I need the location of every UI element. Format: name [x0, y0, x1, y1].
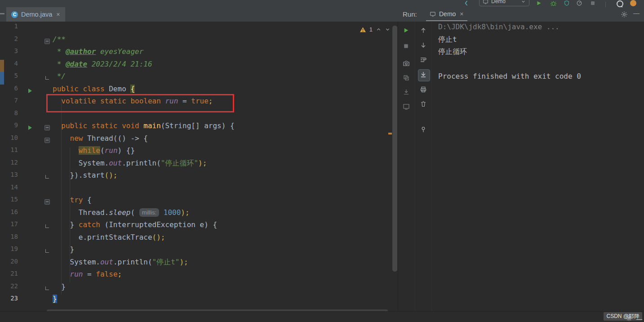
- fold-marker[interactable]: [45, 175, 49, 179]
- line-number[interactable]: 7: [0, 97, 18, 104]
- code-line[interactable]: 22 }: [0, 282, 391, 295]
- line-number[interactable]: 11: [0, 146, 18, 153]
- line-number[interactable]: 12: [0, 159, 18, 166]
- line-number[interactable]: 6: [0, 85, 18, 92]
- stop-icon[interactable]: [403, 43, 409, 49]
- import-icon[interactable]: [403, 89, 410, 96]
- fold-marker[interactable]: [45, 249, 49, 253]
- camera-dump-icon[interactable]: [403, 60, 410, 67]
- code-text: run = false;: [53, 270, 122, 278]
- gear-icon[interactable]: [626, 315, 632, 322]
- code-line[interactable]: 14: [0, 183, 391, 196]
- code-line[interactable]: 4 * @date 2023/2/4 21:16: [0, 60, 391, 72]
- line-number[interactable]: 15: [0, 196, 18, 203]
- fold-marker[interactable]: [45, 286, 49, 290]
- code-line[interactable]: 12 System.out.println("停止循环");: [0, 159, 391, 171]
- code-editor[interactable]: 12/**3 * @author eyesYeager4 * @date 202…: [0, 22, 398, 311]
- rerun-icon[interactable]: [403, 27, 409, 34]
- annotation-highlight-rect: [46, 94, 234, 112]
- editor-tab-demo-java[interactable]: C Demo.java ×: [6, 7, 65, 22]
- run-tab-title: Demo: [439, 10, 456, 18]
- restore-layout-icon[interactable]: [403, 103, 410, 110]
- code-text: System.out.println("停止t");: [53, 258, 188, 267]
- error-stripe-mark[interactable]: [388, 133, 392, 134]
- code-line[interactable]: 21 run = false;: [0, 270, 391, 282]
- back-chevron-icon[interactable]: [463, 0, 470, 7]
- run-line-icon[interactable]: [28, 125, 32, 130]
- toolwindow-stripe-handle[interactable]: [0, 13, 4, 14]
- code-text: while(run) {}: [53, 146, 135, 155]
- line-number[interactable]: 21: [0, 270, 18, 277]
- fold-marker[interactable]: [44, 39, 50, 44]
- code-line[interactable]: 16 Thread.sleep( millis: 1000);: [0, 208, 391, 221]
- line-number[interactable]: 22: [0, 282, 18, 290]
- code-text: }: [53, 282, 66, 291]
- code-line[interactable]: 15 try {: [0, 196, 391, 208]
- code-text: System.out.println("停止循环");: [53, 159, 207, 168]
- line-number[interactable]: 4: [0, 60, 18, 67]
- print-icon[interactable]: [420, 86, 427, 93]
- run-tab-demo[interactable]: Demo ×: [426, 7, 467, 21]
- line-number[interactable]: 1: [0, 22, 18, 30]
- line-number[interactable]: 2: [0, 35, 18, 42]
- code-line[interactable]: 2/**: [0, 35, 391, 48]
- run-configuration-select[interactable]: Demo: [479, 0, 529, 6]
- code-line[interactable]: 5 */: [0, 72, 391, 85]
- search-icon[interactable]: [617, 0, 623, 7]
- line-number[interactable]: 14: [0, 183, 18, 191]
- chevron-up-icon[interactable]: [376, 27, 382, 32]
- trash-clear-icon[interactable]: [420, 100, 427, 107]
- close-tab-icon[interactable]: ×: [56, 11, 60, 18]
- close-run-tab-icon[interactable]: ×: [460, 10, 463, 18]
- line-number[interactable]: 18: [0, 233, 18, 240]
- fold-marker[interactable]: [44, 125, 50, 130]
- pin-icon[interactable]: [420, 126, 427, 133]
- layers-icon[interactable]: [403, 74, 410, 81]
- line-number[interactable]: 10: [0, 134, 18, 141]
- code-line[interactable]: 20 System.out.println("停止t");: [0, 258, 391, 270]
- code-line[interactable]: 10 new Thread(() -> {: [0, 134, 391, 147]
- run-toolwindow-header: Run: Demo × —: [398, 7, 644, 22]
- code-line[interactable]: 9 public static void main(String[] args)…: [0, 121, 391, 134]
- arrow-up-icon[interactable]: [420, 27, 427, 34]
- profiler-button[interactable]: [576, 0, 582, 6]
- run-button[interactable]: [536, 0, 542, 6]
- minimize-icon[interactable]: —: [636, 316, 642, 322]
- line-number[interactable]: 23: [0, 295, 18, 302]
- editor-vertical-scrollbar[interactable]: [392, 26, 397, 272]
- fold-marker[interactable]: [44, 138, 50, 143]
- line-number[interactable]: 19: [0, 245, 18, 252]
- arrow-down-icon[interactable]: [420, 41, 427, 49]
- line-number[interactable]: 5: [0, 72, 18, 79]
- coverage-shield-button[interactable]: [564, 0, 570, 6]
- scroll-to-end-icon[interactable]: [420, 71, 427, 78]
- line-number[interactable]: 9: [0, 121, 18, 129]
- fold-marker[interactable]: [45, 224, 49, 228]
- code-text: }: [53, 295, 57, 303]
- line-number[interactable]: 17: [0, 220, 18, 228]
- minimize-icon[interactable]: —: [633, 9, 640, 17]
- code-line[interactable]: 19 }: [0, 245, 391, 258]
- code-line[interactable]: 17 } catch (InterruptedException e) {: [0, 220, 391, 233]
- debug-bug-button[interactable]: [550, 0, 557, 7]
- fold-marker[interactable]: [44, 199, 50, 205]
- code-line[interactable]: 23}: [0, 295, 391, 307]
- soft-wrap-icon[interactable]: [420, 56, 427, 63]
- line-number[interactable]: 20: [0, 258, 18, 265]
- code-line[interactable]: 1: [0, 22, 391, 35]
- console-output[interactable]: D:\JDK\jdk8\bin\java.exe ...停止t停止循环Proce…: [432, 22, 644, 311]
- line-number[interactable]: 13: [0, 171, 18, 178]
- code-line[interactable]: 3 * @author eyesYeager: [0, 47, 391, 60]
- avatar[interactable]: [630, 0, 636, 6]
- line-number[interactable]: 16: [0, 208, 18, 215]
- code-line[interactable]: 11 while(run) {}: [0, 146, 391, 159]
- gear-icon[interactable]: [621, 11, 628, 18]
- code-line[interactable]: 18 e.printStackTrace();: [0, 233, 391, 246]
- line-number[interactable]: 3: [0, 47, 18, 54]
- fold-marker[interactable]: [45, 76, 49, 80]
- stop-button[interactable]: [590, 0, 596, 6]
- chevron-down-icon[interactable]: [385, 27, 391, 32]
- line-number[interactable]: 8: [0, 109, 18, 116]
- run-line-icon[interactable]: [28, 89, 32, 93]
- code-line[interactable]: 13 }).start();: [0, 171, 391, 183]
